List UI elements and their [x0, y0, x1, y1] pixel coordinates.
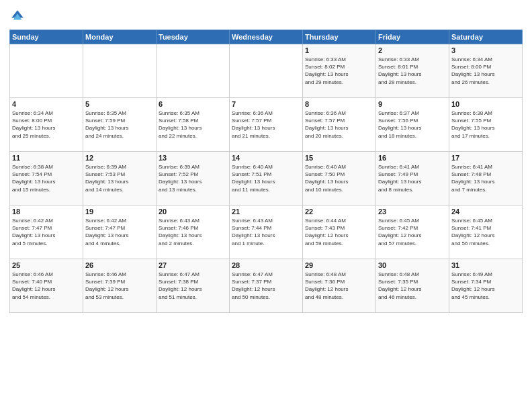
day-info: Sunrise: 6:33 AMSunset: 8:01 PMDaylight:…: [378, 56, 447, 86]
calendar-day-cell: 2Sunrise: 6:33 AMSunset: 8:01 PMDaylight…: [376, 44, 449, 98]
calendar-day-cell: 13Sunrise: 6:39 AMSunset: 7:52 PMDayligh…: [157, 152, 230, 205]
day-info: Sunrise: 6:36 AMSunset: 7:57 PMDaylight:…: [232, 109, 300, 140]
day-number: 10: [451, 100, 520, 108]
calendar-day-cell: 26Sunrise: 6:46 AMSunset: 7:39 PMDayligh…: [83, 259, 157, 313]
day-number: 21: [232, 208, 300, 216]
calendar-week-row: 4Sunrise: 6:34 AMSunset: 8:00 PMDaylight…: [10, 98, 523, 152]
day-info: Sunrise: 6:43 AMSunset: 7:44 PMDaylight:…: [232, 217, 300, 247]
day-info: Sunrise: 6:46 AMSunset: 7:40 PMDaylight:…: [12, 271, 81, 301]
day-info: Sunrise: 6:34 AMSunset: 8:00 PMDaylight:…: [12, 109, 81, 140]
calendar-empty-cell: [230, 44, 303, 98]
day-info: Sunrise: 6:34 AMSunset: 8:00 PMDaylight:…: [451, 56, 520, 86]
logo: [9, 8, 28, 24]
day-number: 22: [305, 208, 373, 216]
day-number: 6: [159, 100, 227, 108]
page-header: [9, 8, 523, 24]
day-info: Sunrise: 6:48 AMSunset: 7:35 PMDaylight:…: [378, 271, 447, 301]
day-info: Sunrise: 6:39 AMSunset: 7:52 PMDaylight:…: [159, 163, 227, 193]
day-info: Sunrise: 6:41 AMSunset: 7:49 PMDaylight:…: [378, 163, 447, 193]
calendar-day-cell: 7Sunrise: 6:36 AMSunset: 7:57 PMDaylight…: [230, 98, 303, 152]
day-info: Sunrise: 6:38 AMSunset: 7:55 PMDaylight:…: [451, 109, 520, 140]
day-info: Sunrise: 6:49 AMSunset: 7:34 PMDaylight:…: [451, 271, 520, 301]
calendar-day-cell: 8Sunrise: 6:36 AMSunset: 7:57 PMDaylight…: [303, 98, 376, 152]
day-number: 5: [85, 100, 154, 108]
calendar-day-cell: 22Sunrise: 6:44 AMSunset: 7:43 PMDayligh…: [303, 205, 376, 259]
calendar-day-cell: 30Sunrise: 6:48 AMSunset: 7:35 PMDayligh…: [376, 259, 449, 313]
logo-icon: [9, 8, 26, 24]
day-number: 31: [451, 261, 520, 269]
weekday-header-monday: Monday: [83, 30, 157, 44]
day-number: 4: [12, 100, 81, 108]
day-info: Sunrise: 6:42 AMSunset: 7:47 PMDaylight:…: [12, 217, 81, 247]
calendar-day-cell: 17Sunrise: 6:41 AMSunset: 7:48 PMDayligh…: [449, 152, 523, 205]
day-number: 1: [305, 46, 373, 54]
calendar-day-cell: 23Sunrise: 6:45 AMSunset: 7:42 PMDayligh…: [376, 205, 449, 259]
calendar-day-cell: 9Sunrise: 6:37 AMSunset: 7:56 PMDaylight…: [376, 98, 449, 152]
day-info: Sunrise: 6:47 AMSunset: 7:38 PMDaylight:…: [159, 271, 227, 301]
calendar-day-cell: 20Sunrise: 6:43 AMSunset: 7:46 PMDayligh…: [157, 205, 230, 259]
calendar-day-cell: 5Sunrise: 6:35 AMSunset: 7:59 PMDaylight…: [83, 98, 157, 152]
day-number: 13: [159, 154, 227, 162]
calendar-day-cell: 3Sunrise: 6:34 AMSunset: 8:00 PMDaylight…: [449, 44, 523, 98]
calendar-day-cell: 1Sunrise: 6:33 AMSunset: 8:02 PMDaylight…: [303, 44, 376, 98]
calendar-day-cell: 31Sunrise: 6:49 AMSunset: 7:34 PMDayligh…: [449, 259, 523, 313]
day-number: 28: [232, 261, 300, 269]
day-number: 2: [378, 46, 447, 54]
calendar-empty-cell: [10, 44, 83, 98]
calendar-day-cell: 14Sunrise: 6:40 AMSunset: 7:51 PMDayligh…: [230, 152, 303, 205]
day-info: Sunrise: 6:41 AMSunset: 7:48 PMDaylight:…: [451, 163, 520, 193]
day-info: Sunrise: 6:46 AMSunset: 7:39 PMDaylight:…: [85, 271, 154, 301]
day-number: 14: [232, 154, 300, 162]
day-info: Sunrise: 6:33 AMSunset: 8:02 PMDaylight:…: [305, 56, 373, 86]
day-info: Sunrise: 6:45 AMSunset: 7:41 PMDaylight:…: [451, 217, 520, 247]
day-info: Sunrise: 6:37 AMSunset: 7:56 PMDaylight:…: [378, 109, 447, 140]
day-number: 29: [305, 261, 373, 269]
calendar-day-cell: 19Sunrise: 6:42 AMSunset: 7:47 PMDayligh…: [83, 205, 157, 259]
day-info: Sunrise: 6:39 AMSunset: 7:53 PMDaylight:…: [85, 163, 154, 193]
day-number: 26: [85, 261, 154, 269]
day-info: Sunrise: 6:38 AMSunset: 7:54 PMDaylight:…: [12, 163, 81, 193]
day-info: Sunrise: 6:48 AMSunset: 7:36 PMDaylight:…: [305, 271, 373, 301]
day-info: Sunrise: 6:40 AMSunset: 7:51 PMDaylight:…: [232, 163, 300, 193]
calendar-empty-cell: [157, 44, 230, 98]
calendar-week-row: 18Sunrise: 6:42 AMSunset: 7:47 PMDayligh…: [10, 205, 523, 259]
day-number: 11: [12, 154, 81, 162]
weekday-header-friday: Friday: [376, 30, 449, 44]
calendar-week-row: 1Sunrise: 6:33 AMSunset: 8:02 PMDaylight…: [10, 44, 523, 98]
day-number: 25: [12, 261, 81, 269]
day-number: 23: [378, 208, 447, 216]
calendar-day-cell: 12Sunrise: 6:39 AMSunset: 7:53 PMDayligh…: [83, 152, 157, 205]
day-info: Sunrise: 6:40 AMSunset: 7:50 PMDaylight:…: [305, 163, 373, 193]
calendar-day-cell: 21Sunrise: 6:43 AMSunset: 7:44 PMDayligh…: [230, 205, 303, 259]
calendar-day-cell: 24Sunrise: 6:45 AMSunset: 7:41 PMDayligh…: [449, 205, 523, 259]
day-info: Sunrise: 6:36 AMSunset: 7:57 PMDaylight:…: [305, 109, 373, 140]
weekday-header-saturday: Saturday: [449, 30, 523, 44]
day-info: Sunrise: 6:35 AMSunset: 7:59 PMDaylight:…: [85, 109, 154, 140]
calendar-week-row: 25Sunrise: 6:46 AMSunset: 7:40 PMDayligh…: [10, 259, 523, 313]
weekday-header-tuesday: Tuesday: [157, 30, 230, 44]
day-number: 9: [378, 100, 447, 108]
calendar-day-cell: 29Sunrise: 6:48 AMSunset: 7:36 PMDayligh…: [303, 259, 376, 313]
calendar-day-cell: 25Sunrise: 6:46 AMSunset: 7:40 PMDayligh…: [10, 259, 83, 313]
page-container: SundayMondayTuesdayWednesdayThursdayFrid…: [0, 0, 532, 411]
weekday-header-wednesday: Wednesday: [230, 30, 303, 44]
day-number: 15: [305, 154, 373, 162]
day-number: 27: [159, 261, 227, 269]
day-info: Sunrise: 6:47 AMSunset: 7:37 PMDaylight:…: [232, 271, 300, 301]
calendar-week-row: 11Sunrise: 6:38 AMSunset: 7:54 PMDayligh…: [10, 152, 523, 205]
calendar-table: SundayMondayTuesdayWednesdayThursdayFrid…: [9, 30, 523, 313]
day-number: 17: [451, 154, 520, 162]
calendar-day-cell: 6Sunrise: 6:35 AMSunset: 7:58 PMDaylight…: [157, 98, 230, 152]
day-info: Sunrise: 6:45 AMSunset: 7:42 PMDaylight:…: [378, 217, 447, 247]
day-info: Sunrise: 6:44 AMSunset: 7:43 PMDaylight:…: [305, 217, 373, 247]
calendar-day-cell: 18Sunrise: 6:42 AMSunset: 7:47 PMDayligh…: [10, 205, 83, 259]
day-info: Sunrise: 6:35 AMSunset: 7:58 PMDaylight:…: [159, 109, 227, 140]
calendar-day-cell: 4Sunrise: 6:34 AMSunset: 8:00 PMDaylight…: [10, 98, 83, 152]
calendar-day-cell: 15Sunrise: 6:40 AMSunset: 7:50 PMDayligh…: [303, 152, 376, 205]
day-number: 7: [232, 100, 300, 108]
calendar-day-cell: 16Sunrise: 6:41 AMSunset: 7:49 PMDayligh…: [376, 152, 449, 205]
calendar-day-cell: 27Sunrise: 6:47 AMSunset: 7:38 PMDayligh…: [157, 259, 230, 313]
day-number: 8: [305, 100, 373, 108]
day-number: 20: [159, 208, 227, 216]
day-info: Sunrise: 6:42 AMSunset: 7:47 PMDaylight:…: [85, 217, 154, 247]
